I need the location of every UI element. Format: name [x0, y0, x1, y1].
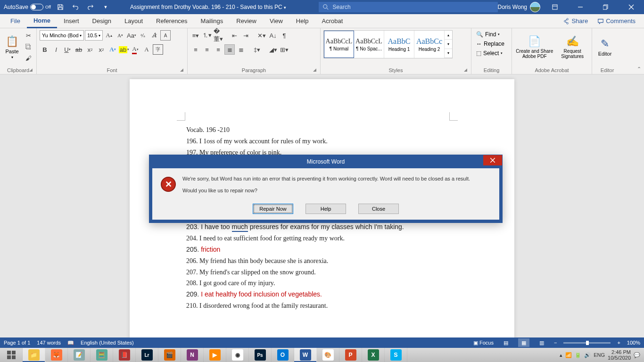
decrease-indent-button[interactable]: ⇤	[229, 30, 239, 41]
taskbar-media[interactable]: ▶	[204, 348, 226, 362]
undo-button[interactable]	[70, 1, 81, 13]
tab-view[interactable]: View	[263, 14, 289, 28]
maximize-button[interactable]	[595, 0, 617, 14]
tray-overflow-icon[interactable]: ▴	[560, 352, 562, 358]
taskbar-excel[interactable]: X	[362, 348, 385, 362]
style-no-spacing[interactable]: AaBbCcL¶ No Spac...	[354, 31, 384, 58]
grow-font-button[interactable]: A▴	[104, 30, 114, 41]
status-words[interactable]: 147 words	[37, 340, 61, 346]
line-spacing-button[interactable]: ‡▾	[252, 44, 262, 55]
print-layout-button[interactable]: ▦	[518, 338, 529, 347]
repair-now-button[interactable]: Repair Now	[253, 204, 293, 214]
underline-button[interactable]: U▾	[62, 44, 73, 55]
superscript-button[interactable]: x2	[96, 44, 107, 55]
zoom-in-button[interactable]: +	[617, 340, 620, 346]
ribbon-display-button[interactable]	[544, 0, 566, 14]
tab-design[interactable]: Design	[86, 14, 118, 28]
zoom-slider[interactable]	[563, 342, 611, 344]
tab-file[interactable]: File	[4, 14, 27, 28]
distributed-button[interactable]: ≣	[236, 44, 246, 55]
sort-button[interactable]: A↓	[268, 30, 278, 41]
taskbar-outlook[interactable]: O	[272, 348, 294, 362]
bullets-button[interactable]: ≡▾	[190, 30, 201, 41]
tab-review[interactable]: Review	[230, 14, 263, 28]
minimize-button[interactable]	[570, 0, 591, 14]
redo-button[interactable]	[85, 1, 96, 13]
user-account[interactable]: Doris Wong	[498, 2, 540, 12]
read-mode-button[interactable]: ▤	[500, 338, 512, 347]
spellcheck-icon[interactable]: 📖	[67, 340, 74, 346]
wifi-icon[interactable]: 📶	[565, 352, 572, 358]
taskbar-word[interactable]: W	[294, 348, 317, 362]
subscript-button[interactable]: x2	[85, 44, 95, 55]
start-button[interactable]	[0, 348, 23, 362]
close-dialog-button[interactable]: Close	[358, 204, 399, 214]
style-normal[interactable]: AaBbCcL¶ Normal	[324, 31, 354, 58]
taskbar-lightroom[interactable]: Lr	[136, 348, 158, 362]
change-case-button[interactable]: Aa▾	[126, 30, 137, 41]
clock[interactable]: 2:46 PM 10/5/2020	[608, 349, 631, 361]
save-button[interactable]	[55, 1, 66, 13]
system-tray[interactable]: ▴ 📶 🔋 🔊 ENG 2:46 PM 10/5/2020 💬	[560, 349, 644, 361]
focus-mode-button[interactable]: ▣ Focus	[473, 340, 494, 346]
autosave-toggle[interactable]: AutoSave Off	[4, 4, 51, 10]
zoom-level[interactable]: 100%	[627, 340, 640, 346]
shrink-font-button[interactable]: A▾	[115, 30, 125, 41]
tab-help[interactable]: Help	[289, 14, 315, 28]
align-right-button[interactable]: ≡	[213, 44, 223, 55]
replace-button[interactable]: ↔Replace	[474, 40, 506, 48]
copy-button[interactable]: ⿻	[23, 41, 33, 52]
battery-icon[interactable]: 🔋	[575, 352, 581, 358]
taskbar-skype[interactable]: S	[385, 348, 407, 362]
italic-button[interactable]: I	[51, 44, 61, 55]
taskbar-firefox[interactable]: 🦊	[45, 348, 68, 362]
notifications-icon[interactable]: 💬	[634, 352, 640, 358]
tab-references[interactable]: References	[149, 14, 194, 28]
help-button[interactable]: Help	[305, 204, 346, 214]
web-layout-button[interactable]: ▥	[536, 338, 547, 347]
align-left-button[interactable]: ≡	[190, 44, 201, 55]
character-border-button[interactable]: 字	[153, 44, 163, 55]
taskbar-app-3[interactable]: 📕	[113, 348, 136, 362]
font-size-select[interactable]: 10.5▾	[85, 30, 103, 41]
style-heading-2[interactable]: AaBbCcHeading 2	[414, 31, 445, 58]
taskbar-powerpoint[interactable]: P	[339, 348, 362, 362]
tab-acrobat[interactable]: Acrobat	[315, 14, 350, 28]
clipboard-launcher[interactable]: ◢	[29, 67, 33, 72]
increase-indent-button[interactable]: ⇥	[240, 30, 251, 41]
share-button[interactable]: Share	[558, 17, 593, 25]
font-name-select[interactable]: Yu Mincho (Bod▾	[40, 30, 84, 41]
gallery-up[interactable]: ▴	[445, 31, 452, 40]
format-painter-button[interactable]: 🖌	[23, 53, 33, 63]
find-button[interactable]: 🔍Find▾	[474, 30, 506, 39]
taskbar-paint[interactable]: 🎨	[317, 348, 339, 362]
taskbar-app-1[interactable]: 📝	[68, 348, 91, 362]
taskbar-app-4[interactable]: 🎬	[158, 348, 181, 362]
tab-mailings[interactable]: Mailings	[194, 14, 230, 28]
dialog-title-bar[interactable]: Microsoft Word	[149, 155, 502, 168]
tab-layout[interactable]: Layout	[118, 14, 149, 28]
borders-button[interactable]: ⊞▾	[279, 44, 289, 55]
request-signatures-button[interactable]: ✍ Request Signatures	[556, 30, 589, 64]
tray-lang[interactable]: ENG	[594, 352, 605, 358]
numbering-button[interactable]: ⒈▾	[202, 30, 212, 41]
comments-button[interactable]: Comments	[593, 17, 640, 25]
cut-button[interactable]: ✂	[23, 30, 33, 41]
gallery-more[interactable]: ▾	[445, 49, 452, 58]
multilevel-list-button[interactable]: �董▾	[213, 30, 223, 41]
enclose-characters-button[interactable]: A	[160, 30, 171, 41]
taskbar-app-2[interactable]: 🧮	[91, 348, 113, 362]
search-box[interactable]: Search	[319, 2, 498, 12]
taskbar-photoshop[interactable]: Ps	[249, 348, 272, 362]
show-marks-button[interactable]: ¶	[279, 30, 289, 41]
justify-button[interactable]: ≣	[224, 44, 235, 55]
close-button[interactable]	[620, 0, 642, 14]
styles-launcher[interactable]: ◢	[464, 67, 467, 72]
styles-gallery[interactable]: AaBbCcL¶ Normal AaBbCcL¶ No Spac... AaBb…	[323, 30, 453, 58]
phonetic-guide-button[interactable]: ᵃ⁄ₐ	[138, 30, 148, 41]
strikethrough-button[interactable]: ab	[74, 44, 84, 55]
taskbar-explorer[interactable]: 📁	[23, 348, 45, 362]
qat-more-button[interactable]: ▼	[100, 1, 111, 13]
align-center-button[interactable]: ≡	[202, 44, 212, 55]
create-pdf-button[interactable]: 📄 Create and Share Adobe PDF	[515, 30, 554, 64]
